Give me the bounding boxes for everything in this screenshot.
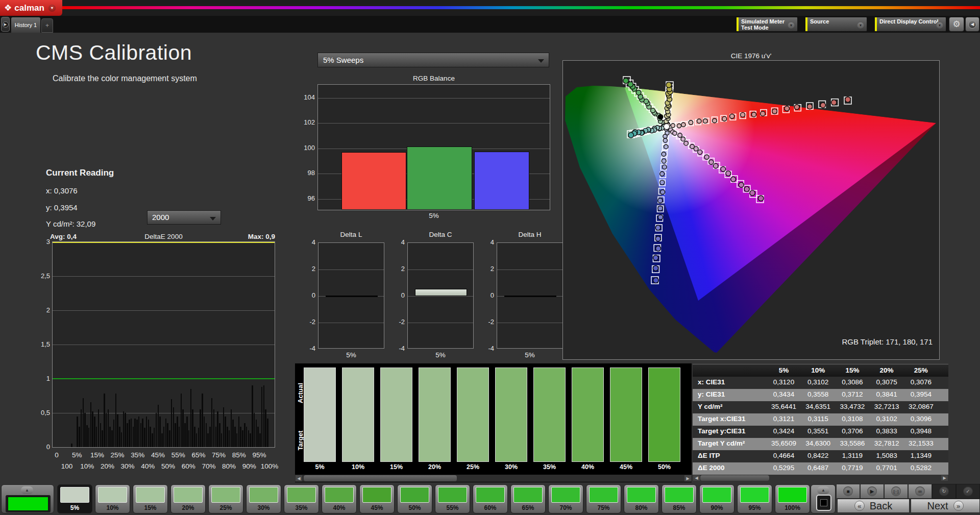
scroll-right-arrow[interactable]: ▶ (941, 475, 948, 481)
patch-button-20%[interactable]: 20% (170, 484, 206, 513)
cie-measured-point (744, 186, 749, 191)
gear-icon: ⚙ (952, 19, 960, 30)
rgb-y-tick: 98 (293, 169, 315, 177)
page-subtitle: Calibrate the color management system (53, 74, 197, 83)
deltae-bar (71, 444, 72, 447)
deltae-bar (223, 407, 225, 447)
scroll-left-arrow[interactable]: ◀ (693, 475, 700, 481)
deltae-bar (215, 427, 217, 447)
tab-history-1[interactable]: History 1 (11, 17, 41, 33)
collapse-panel-button[interactable]: ◀ (965, 17, 979, 32)
patch-button-95%[interactable]: 95% (737, 484, 772, 513)
table-cell: 0,3102 (870, 415, 904, 423)
patch-button-5%[interactable]: 5% (57, 484, 92, 513)
deltae-bar (169, 430, 170, 448)
source-dropdown[interactable]: Source ▼ (805, 17, 867, 32)
patch-label: 20% (171, 504, 205, 511)
patch-button-100%[interactable]: 100% (775, 484, 810, 513)
patch-swatch (60, 487, 89, 503)
table-cell: 32,1533 (904, 439, 938, 447)
yellow-indicator (737, 17, 739, 31)
cie-measured-point (785, 106, 790, 111)
deltae-bar (204, 416, 205, 447)
pattern-window-button[interactable]: ▲ (811, 484, 836, 513)
delta-y-tick: 4 (389, 238, 405, 246)
patch-label: 90% (700, 504, 734, 511)
logo-menu-arrow-icon[interactable]: ▼ (48, 5, 56, 12)
sweep-swatch-label: 35% (533, 463, 566, 471)
delta-y-tick: 4 (479, 238, 494, 246)
patch-button-75%[interactable]: 75% (586, 484, 621, 513)
patch-button-55%[interactable]: 55% (435, 484, 470, 513)
settings-button[interactable]: ⚙ (949, 17, 964, 32)
scroll-thumb[interactable] (700, 475, 769, 481)
deltae-y-tick: 1 (30, 375, 50, 382)
transport-check[interactable]: ✓ (956, 484, 980, 499)
transport-infinity[interactable]: ∞ (908, 484, 932, 499)
cie-measured-point (628, 133, 634, 138)
table-scrollbar[interactable]: ◀▶ (693, 475, 948, 481)
delta-y-tick: 4 (300, 238, 315, 246)
patch-button-40%[interactable]: 40% (322, 484, 357, 513)
patch-swatch (438, 487, 467, 503)
deltae-bar (136, 420, 138, 447)
patch-button-10%[interactable]: 10% (95, 484, 130, 513)
back-button[interactable]: «Back (837, 499, 910, 513)
scroll-thumb[interactable] (304, 475, 457, 481)
delta-x-label: 5% (318, 351, 384, 359)
add-tab-button[interactable]: + (41, 18, 53, 33)
patch-button-30%[interactable]: 30% (246, 484, 281, 513)
target-luminance-dropdown[interactable]: 2000 (147, 210, 221, 225)
sweeps-dropdown[interactable]: 5% Sweeps (317, 53, 549, 67)
delta-y-tick: -2 (389, 318, 405, 326)
patch-button-90%[interactable]: 90% (699, 484, 734, 513)
deltae-bar (104, 394, 105, 447)
tab-scroll-left-button[interactable]: ▶ (1, 17, 10, 32)
table-row-label: y: CIE31 (698, 390, 725, 398)
app-logo[interactable]: ❖ calman ▼ (0, 0, 62, 16)
transport-play[interactable]: ▶ (860, 484, 884, 499)
delta-gridline (408, 323, 473, 323)
patch-button-15%[interactable]: 15% (133, 484, 168, 513)
deltae-bar (83, 398, 84, 447)
swatch-scrollbar[interactable]: ◀▶ (295, 475, 692, 482)
patch-label: 45% (360, 504, 394, 511)
deltae-bar (252, 385, 253, 447)
patch-button-80%[interactable]: 80% (624, 484, 659, 513)
deltae-bar (190, 389, 192, 447)
meter-dropdown[interactable]: Simulated MeterTest Mode ▼ (736, 17, 798, 32)
deltae-bar (140, 423, 142, 447)
scroll-left-arrow[interactable]: ◀ (296, 475, 302, 481)
deltae-bar (177, 416, 178, 447)
patch-button-35%[interactable]: 35% (284, 484, 319, 513)
patch-button-85%[interactable]: 85% (662, 484, 697, 513)
sweep-swatch-label: 25% (457, 463, 489, 471)
table-row-label: ΔE 2000 (698, 464, 725, 472)
cie-measured-point (653, 255, 658, 260)
patch-button-60%[interactable]: 60% (473, 484, 508, 513)
patch-button-50%[interactable]: 50% (397, 484, 432, 513)
scroll-right-arrow[interactable]: ▶ (684, 475, 691, 481)
patch-button-25%[interactable]: 25% (208, 484, 243, 513)
next-button[interactable]: Next» (911, 499, 980, 513)
patch-button-45%[interactable]: 45% (359, 484, 395, 513)
delta-y-tick: -4 (300, 345, 315, 352)
patch-button-65%[interactable]: 65% (510, 484, 546, 513)
source-dropdown-label: Source (810, 18, 829, 24)
deltae-bar (150, 427, 151, 447)
transport-refresh[interactable]: ↻ (932, 484, 956, 499)
delta-gridline (497, 323, 562, 323)
transport-stop[interactable]: ■ (836, 484, 860, 499)
patch-button-70%[interactable]: 70% (548, 484, 583, 513)
table-header-25%: 25% (904, 366, 938, 374)
display-control-dropdown[interactable]: Direct Display Control ▼ (874, 17, 946, 32)
expand-patch-button[interactable]: ▲ (21, 486, 33, 494)
deltae-bar (123, 411, 125, 447)
transport-series[interactable]: [··] (884, 484, 908, 499)
table-cell: 0,7719 (835, 464, 869, 472)
cie-measured-point (677, 124, 681, 128)
table-cell: 0,3102 (801, 378, 835, 386)
patch-label: 85% (662, 504, 696, 511)
delta-x-label: 5% (407, 351, 474, 359)
cie-chart-title: CIE 1976 u'v' (562, 52, 940, 60)
